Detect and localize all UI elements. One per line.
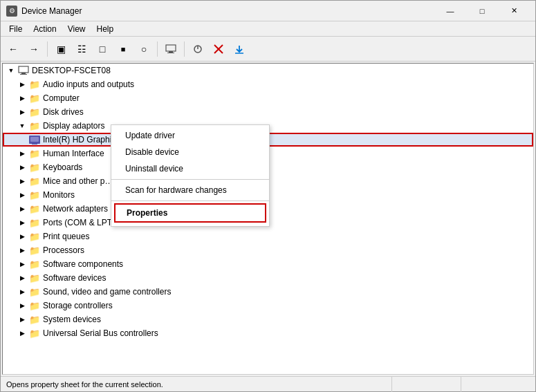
status-bar: Opens property sheet for the current sel… <box>1 376 535 391</box>
context-menu-update-driver[interactable]: Update driver <box>111 127 269 144</box>
folder-icon-display: 📁 <box>29 120 40 131</box>
svg-rect-1 <box>169 51 173 53</box>
install-button[interactable] <box>230 39 249 59</box>
menu-action[interactable]: Action <box>28 23 62 35</box>
expand-monitors[interactable]: ▶ <box>17 189 28 200</box>
folder-icon-hid: 📁 <box>29 148 40 159</box>
context-menu-properties[interactable]: Properties <box>114 203 266 223</box>
tree-item-processors[interactable]: ▶ 📁 Processors <box>3 243 533 257</box>
context-menu-scan[interactable]: Scan for hardware changes <box>111 182 269 198</box>
expand-computer[interactable]: ▶ <box>17 93 28 104</box>
tree-root[interactable]: ▼ DESKTOP-FSCET08 <box>3 64 533 77</box>
folder-icon-sound: 📁 <box>29 286 40 297</box>
expand-root[interactable]: ▼ <box>6 65 17 76</box>
tree-panel[interactable]: ▼ DESKTOP-FSCET08 ▶ 📁 Audio inputs and o… <box>2 63 534 375</box>
folder-icon-system: 📁 <box>29 314 40 325</box>
folder-icon-usb: 📁 <box>29 328 40 339</box>
toolbar-btn-5[interactable]: □ <box>93 39 112 59</box>
menu-help[interactable]: Help <box>91 23 120 35</box>
menu-view[interactable]: View <box>62 23 91 35</box>
tree-item-system[interactable]: ▶ 📁 System devices <box>3 312 533 326</box>
expand-sw-devices[interactable]: ▶ <box>17 272 28 283</box>
svg-rect-0 <box>166 45 176 51</box>
status-panel-2 <box>461 377 530 392</box>
back-button[interactable]: ← <box>3 39 23 59</box>
uninstall-button[interactable] <box>209 39 228 59</box>
tree-root-label: DESKTOP-FSCET08 <box>32 66 111 75</box>
mice-label: Mice and other p… <box>43 176 113 186</box>
audio-label: Audio inputs and outputs <box>43 80 134 89</box>
expand-processors[interactable]: ▶ <box>17 245 28 256</box>
folder-icon-computer: 📁 <box>29 93 40 104</box>
svg-rect-10 <box>20 74 27 75</box>
toolbar-btn-4[interactable]: ☷ <box>72 39 91 59</box>
forward-button[interactable]: → <box>24 39 44 59</box>
processors-label: Processors <box>43 245 84 255</box>
expand-sw-components[interactable]: ▶ <box>17 259 28 270</box>
menu-file[interactable]: File <box>3 23 28 35</box>
svg-rect-13 <box>32 143 37 144</box>
folder-icon-audio: 📁 <box>29 79 40 90</box>
computer-icon <box>18 65 29 76</box>
toolbar-separator-2 <box>157 41 158 57</box>
device-manager-window: ⚙ Device Manager — □ ✕ File Action View … <box>0 0 536 392</box>
context-menu: Update driver Disable device Uninstall d… <box>111 124 270 227</box>
uninstall-icon <box>213 44 224 55</box>
expand-mice[interactable]: ▶ <box>17 176 28 187</box>
usb-label: Universal Serial Bus controllers <box>43 328 158 338</box>
context-menu-disable-device[interactable]: Disable device <box>111 144 269 160</box>
expand-display[interactable]: ▼ <box>17 120 28 131</box>
expand-hid[interactable]: ▶ <box>17 148 28 159</box>
tree-item-computer[interactable]: ▶ 📁 Computer <box>3 91 533 105</box>
expand-diskdrives[interactable]: ▶ <box>17 106 28 118</box>
toolbar-btn-7[interactable]: ○ <box>134 39 154 59</box>
tree-item-usb[interactable]: ▶ 📁 Universal Serial Bus controllers <box>3 326 533 340</box>
folder-icon-network: 📁 <box>29 203 40 214</box>
expand-usb[interactable]: ▶ <box>17 328 28 339</box>
graphics-icon <box>29 134 40 145</box>
expand-network[interactable]: ▶ <box>17 203 28 214</box>
sw-devices-label: Software devices <box>43 273 106 283</box>
main-content: ▼ DESKTOP-FSCET08 ▶ 📁 Audio inputs and o… <box>1 62 535 376</box>
tree-item-diskdrives[interactable]: ▶ 📁 Disk drives <box>3 105 533 119</box>
maximize-button[interactable]: □ <box>466 1 498 21</box>
folder-icon-sw-components: 📁 <box>29 259 40 270</box>
scan-icon <box>192 44 203 55</box>
tree-item-sw-components[interactable]: ▶ 📁 Software components <box>3 257 533 271</box>
folder-icon-mice: 📁 <box>29 176 40 187</box>
svg-rect-8 <box>19 66 28 73</box>
folder-icon-monitors: 📁 <box>29 189 40 200</box>
folder-icon-keyboards: 📁 <box>29 162 40 173</box>
expand-audio[interactable]: ▶ <box>17 79 28 90</box>
display-label: Display adaptors <box>43 121 104 131</box>
window-title: Device Manager <box>21 6 434 16</box>
expand-print[interactable]: ▶ <box>17 231 28 242</box>
toolbar-btn-8[interactable] <box>161 39 181 59</box>
tree-item-audio[interactable]: ▶ 📁 Audio inputs and outputs <box>3 77 533 91</box>
tree-item-print[interactable]: ▶ 📁 Print queues <box>3 230 533 243</box>
close-button[interactable]: ✕ <box>498 1 530 21</box>
print-label: Print queues <box>43 232 89 241</box>
status-right-panels <box>391 377 530 392</box>
sound-label: Sound, video and game controllers <box>43 287 171 297</box>
toolbar-btn-6[interactable]: ■ <box>113 39 133 59</box>
context-menu-uninstall-device[interactable]: Uninstall device <box>111 160 269 177</box>
tree-item-storage[interactable]: ▶ 📁 Storage controllers <box>3 299 533 312</box>
menu-bar: File Action View Help <box>1 21 535 37</box>
tree-item-sw-devices[interactable]: ▶ 📁 Software devices <box>3 271 533 285</box>
toolbar-btn-3[interactable]: ▣ <box>51 39 71 59</box>
expand-keyboards[interactable]: ▶ <box>17 162 28 173</box>
expand-system[interactable]: ▶ <box>17 314 28 325</box>
folder-icon-sw-devices: 📁 <box>29 272 40 283</box>
expand-ports[interactable]: ▶ <box>17 217 28 228</box>
expand-storage[interactable]: ▶ <box>17 300 28 311</box>
window-icon: ⚙ <box>6 6 17 17</box>
storage-label: Storage controllers <box>43 301 113 310</box>
system-label: System devices <box>43 315 101 324</box>
monitor-icon <box>165 44 176 55</box>
computer-label: Computer <box>43 93 80 103</box>
tree-item-sound[interactable]: ▶ 📁 Sound, video and game controllers <box>3 285 533 299</box>
minimize-button[interactable]: — <box>434 1 466 21</box>
expand-sound[interactable]: ▶ <box>17 286 28 297</box>
scan-button[interactable] <box>188 39 207 59</box>
